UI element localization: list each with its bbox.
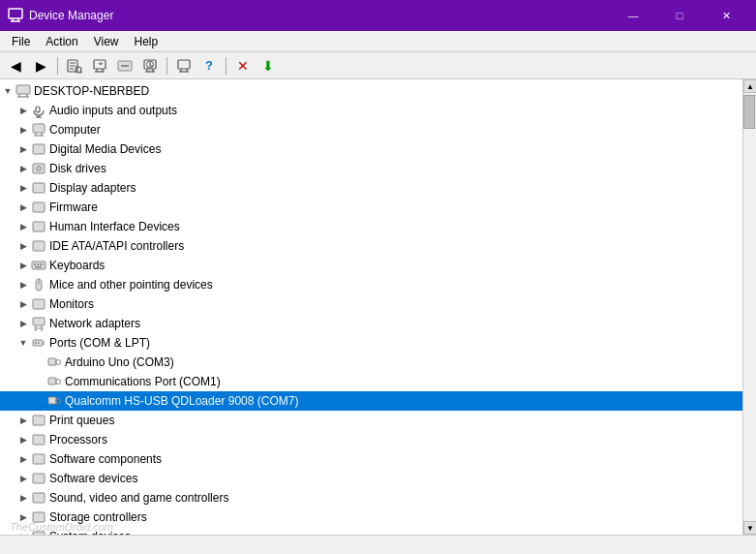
svg-rect-41 [33, 183, 45, 193]
svg-rect-53 [33, 318, 45, 325]
device-tree[interactable]: ▼DESKTOP-NEBRBED▶Audio inputs and output… [0, 79, 742, 535]
expand-arrow[interactable]: ▶ [15, 490, 31, 506]
main-area: ▼DESKTOP-NEBRBED▶Audio inputs and output… [0, 79, 756, 535]
expand-arrow[interactable]: ▶ [15, 296, 31, 312]
item-icon-digital-media [31, 141, 46, 157]
menu-bar: File Action View Help [0, 31, 756, 52]
item-icon-arduino [46, 354, 62, 370]
menu-help[interactable]: Help [127, 33, 166, 50]
scan-hardware-button[interactable] [138, 55, 162, 77]
scrollbar[interactable]: ▲ ▼ [742, 79, 756, 535]
tree-item-root[interactable]: ▼DESKTOP-NEBRBED [0, 81, 742, 101]
back-button[interactable]: ◀ [4, 55, 27, 77]
expand-arrow[interactable]: ▶ [15, 219, 31, 234]
help-button[interactable]: ? [197, 55, 221, 77]
item-icon-disk-drives [31, 161, 46, 176]
minimize-button[interactable]: — [611, 0, 655, 31]
item-label: Disk drives [49, 162, 106, 175]
item-icon-firmware [31, 200, 46, 215]
menu-file[interactable]: File [4, 33, 38, 50]
maximize-button[interactable]: □ [657, 0, 702, 31]
svg-rect-0 [9, 9, 22, 18]
expand-arrow[interactable]: ▶ [15, 238, 31, 254]
expand-arrow[interactable]: ▶ [15, 316, 31, 331]
display-by-type-button[interactable] [172, 55, 196, 77]
tree-item-ports[interactable]: ▼Ports (COM & LPT) [0, 333, 742, 353]
tree-item-comms-port[interactable]: Communications Port (COM1) [0, 372, 742, 391]
tree-item-monitors[interactable]: ▶Monitors [0, 294, 742, 314]
item-icon-software-devices [31, 471, 46, 486]
expand-arrow[interactable]: ▶ [15, 471, 31, 486]
expand-arrow[interactable]: ▶ [15, 413, 31, 428]
tree-item-sound[interactable]: ▶Sound, video and game controllers [0, 488, 742, 508]
svg-point-8 [76, 67, 81, 73]
svg-rect-37 [33, 144, 45, 154]
tree-item-keyboards[interactable]: ▶Keyboards [0, 256, 742, 275]
tree-item-audio[interactable]: ▶Audio inputs and outputs [0, 101, 742, 120]
update-driver-button[interactable] [88, 55, 111, 77]
svg-rect-48 [40, 263, 42, 265]
scroll-down-arrow[interactable]: ▼ [743, 521, 756, 535]
expand-spacer [31, 374, 46, 389]
expand-arrow[interactable]: ▶ [15, 200, 31, 215]
scroll-thumb[interactable] [743, 95, 755, 129]
tree-item-firmware[interactable]: ▶Firmware [0, 198, 742, 217]
item-label: Software components [49, 452, 162, 466]
item-icon-audio [31, 103, 46, 118]
tree-item-processors[interactable]: ▶Processors [0, 430, 742, 449]
tree-item-software-components[interactable]: ▶Software components [0, 449, 742, 469]
tree-item-network[interactable]: ▶Network adapters [0, 314, 742, 333]
tree-item-mice[interactable]: ▶Mice and other pointing devices [0, 275, 742, 294]
svg-point-40 [38, 168, 40, 169]
expand-arrow[interactable]: ▶ [15, 180, 31, 196]
svg-rect-73 [33, 416, 45, 425]
svg-rect-30 [36, 107, 40, 112]
item-label: Human Interface Devices [49, 220, 180, 233]
svg-rect-77 [33, 493, 45, 503]
tree-item-hid[interactable]: ▶Human Interface Devices [0, 217, 742, 236]
tree-item-print-queues[interactable]: ▶Print queues [0, 411, 742, 430]
svg-rect-43 [33, 222, 45, 231]
tree-item-digital-media[interactable]: ▶Digital Media Devices [0, 139, 742, 159]
window-title: Device Manager [29, 9, 611, 22]
window-controls: — □ ✕ [611, 0, 748, 31]
tree-item-ide[interactable]: ▶IDE ATA/ATAPI controllers [0, 236, 742, 256]
expand-arrow[interactable]: ▼ [15, 335, 31, 351]
menu-action[interactable]: Action [38, 33, 85, 50]
expand-arrow[interactable]: ▶ [15, 103, 31, 118]
tree-item-software-devices[interactable]: ▶Software devices [0, 469, 742, 488]
properties-button[interactable] [63, 55, 86, 77]
item-label: Print queues [49, 414, 114, 427]
expand-arrow[interactable]: ▶ [15, 141, 31, 157]
add-hardware-button[interactable]: ⬇ [257, 55, 280, 77]
menu-view[interactable]: View [86, 33, 127, 50]
svg-rect-52 [33, 299, 45, 309]
tree-item-disk-drives[interactable]: ▶Disk drives [0, 159, 742, 178]
forward-button[interactable]: ▶ [29, 55, 52, 77]
tree-item-computer[interactable]: ▶Computer [0, 120, 742, 139]
item-label: Display adapters [49, 181, 136, 195]
tree-item-display-adapters[interactable]: ▶Display adapters [0, 178, 742, 198]
expand-arrow[interactable]: ▶ [15, 451, 31, 467]
item-label: Ports (COM & LPT) [49, 336, 150, 350]
tree-item-qualcomm[interactable]: Qualcomm HS-USB QDLoader 9008 (COM7) [0, 391, 742, 411]
svg-rect-63 [38, 342, 40, 344]
tree-item-arduino[interactable]: Arduino Uno (COM3) [0, 353, 742, 372]
delete-button[interactable]: ✕ [231, 55, 255, 77]
item-icon-computer [31, 122, 46, 138]
svg-rect-49 [43, 263, 44, 265]
disable-device-button[interactable] [113, 55, 136, 77]
item-icon-processors [31, 432, 46, 447]
expand-arrow[interactable]: ▼ [0, 83, 15, 99]
item-icon-comms-port [46, 374, 62, 389]
expand-arrow[interactable]: ▶ [15, 122, 31, 138]
close-button[interactable]: ✕ [704, 0, 748, 31]
expand-arrow[interactable]: ▶ [15, 258, 31, 273]
expand-arrow[interactable]: ▶ [15, 161, 31, 176]
scroll-track [743, 93, 756, 521]
expand-arrow[interactable]: ▶ [15, 432, 31, 447]
scroll-up-arrow[interactable]: ▲ [743, 79, 756, 93]
svg-rect-44 [33, 241, 45, 251]
expand-arrow[interactable]: ▶ [15, 277, 31, 292]
svg-rect-70 [48, 397, 56, 404]
